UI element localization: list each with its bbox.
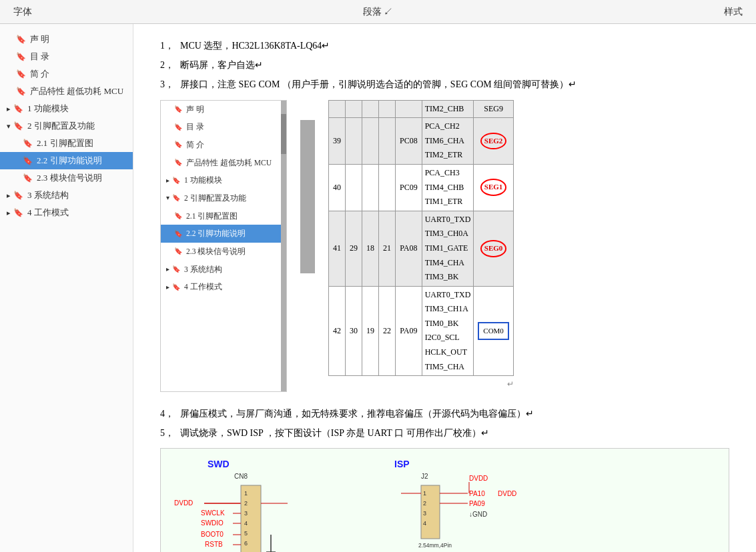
bookmark-icon-0: 🔖 [16,35,26,45]
nav-expand-5: ▾ [166,192,169,204]
nav-panel-label-4: 1 功能模块 [184,173,222,187]
paragraph-corner-icon: ↙ [384,7,393,17]
list-item-lower-0: 4， 屏偏压模式，与屏厂商沟通，如无特殊要求，推荐电容偏压（开源代码为电容偏压）… [160,405,729,422]
doc-content: 1， MCU 选型，HC32L136K8TA-LQ64↵ 2， 断码屏，客户自选… [133,24,756,552]
svg-text:4: 4 [423,520,426,527]
svg-text:3: 3 [423,510,426,517]
expand-icon-5: ▾ [7,122,11,131]
sidebar-item-5[interactable]: ▾🔖2 引脚配置及功能 [0,117,133,135]
nav-bookmark-9: 🔖 [172,263,180,275]
list-text-2: 屏接口，注意 SEG COM （用户手册，引脚说明选合适的的管脚，SEG COM… [180,76,729,93]
sidebar-item-8[interactable]: 🔖2.3 模块信号说明 [0,169,133,187]
nav-expand-4: ▸ [166,175,169,187]
pa09-label: PA09 [469,500,485,507]
svg-text:2: 2 [244,500,248,507]
cell-rownum-1: 40 [329,164,346,211]
cell-badge-0: SEG2 [474,118,514,165]
nav-panel-item-9[interactable]: ▸🔖3 系统结构 [161,261,281,279]
th-c4 [379,100,396,118]
cell-rownum-3: 42 [329,286,346,376]
pin-table: TIM2_CHB SEG9 39 PC08 PCA_CH2TIM6_CHATIM… [328,100,514,377]
table-row-2: 41 29 18 21 PA08 UART0_TXDTIM3_CH0ATIM1_… [329,211,514,286]
sidebar-item-1[interactable]: 🔖目 录 [0,48,133,65]
nav-panel-item-3[interactable]: 🔖产品特性 超低功耗 MCU [161,154,281,172]
cell-badge-2: SEG0 [474,211,514,286]
nav-panel-item-2[interactable]: 🔖简 介 [161,136,281,154]
bookmark-icon-2: 🔖 [16,69,26,79]
cell-c4-2: 21 [379,211,396,286]
list-text-1: 断码屏，客户自选↵ [180,57,729,73]
nav-panel-item-7[interactable]: 🔖2.2 引脚功能说明 [161,225,281,243]
cell-rownum-0: 39 [329,118,346,165]
toolbar: 字体 段落 ↙ 样式 [0,0,756,24]
bookmark-icon-4: 🔖 [13,104,23,114]
list-num-lower-1: 5， [160,425,180,441]
cell-c2-2: 29 [346,211,362,286]
nav-panel-item-4[interactable]: ▸🔖1 功能模块 [161,171,281,189]
nav-panel-label-1: 目 录 [186,120,204,134]
nav-scrollbar[interactable] [281,101,286,391]
sidebar-item-10[interactable]: ▸🔖4 工作模式 [0,204,133,221]
sidebar-item-6[interactable]: 🔖2.1 引脚配置图 [0,135,133,152]
bookmark-icon-10: 🔖 [13,208,23,218]
sidebar-item-7[interactable]: 🔖2.2 引脚功能说明 [0,152,133,169]
nav-bookmark-5: 🔖 [172,192,180,204]
sidebar-item-2[interactable]: 🔖简 介 [0,65,133,83]
sidebar-item-label-8: 2.3 模块信号说明 [37,172,102,184]
paragraph-section: 段落 ↙ [256,6,499,18]
dvdd-left: DVDD [174,499,193,507]
seg-badge-2: SEG0 [480,240,507,257]
nav-bookmark-0: 🔖 [174,103,182,115]
circuit-svg: SWD CN8 DVDD 1 2 3 4 5 6 SWCLK SWDIO [167,455,581,552]
dvdd-right: DVDD [498,490,516,497]
nav-panel-item-10[interactable]: ▸🔖4 工作模式 [161,278,281,296]
cell-c2-1 [346,164,362,211]
table-row-0: 39 PC08 PCA_CH2TIM6_CHATIM2_ETR SEG2 [329,118,514,165]
nav-panel-label-0: 声 明 [186,103,204,117]
nav-panel-item-5[interactable]: ▾🔖2 引脚配置及功能 [161,189,281,207]
sidebar-item-0[interactable]: 🔖声 明 [0,31,133,48]
svg-text:1: 1 [244,490,248,497]
list-item-1: 2， 断码屏，客户自选↵ [160,57,729,73]
nav-expand-9: ▸ [166,263,169,275]
cell-c4-3: 22 [379,286,396,376]
nav-panel-label-6: 2.1 引脚配置图 [186,209,238,223]
sidebar-item-4[interactable]: ▸🔖1 功能模块 [0,100,133,117]
cell-c2-0 [346,118,362,165]
style-label: 样式 [724,7,743,17]
nav-bookmark-4: 🔖 [172,175,180,187]
cell-c3-1 [362,164,379,211]
expand-icon-10: ▸ [7,209,11,217]
sidebar-item-3[interactable]: 🔖产品特性 超低功耗 MCU [0,83,133,100]
list-item-2: 3， 屏接口，注意 SEG COM （用户手册，引脚说明选合适的的管脚，SEG … [160,76,729,93]
th-func: TIM2_CHB [422,100,474,118]
bookmark-icon-7: 🔖 [23,156,33,166]
nav-panel-item-6[interactable]: 🔖2.1 引脚配置图 [161,207,281,225]
seg-badge-1: SEG1 [480,179,507,196]
cell-c4-1 [379,164,396,211]
cell-port-3: PA09 [396,286,422,376]
cell-port-0: PC08 [396,118,422,165]
list-num-lower-0: 4， [160,405,180,422]
sidebar-item-label-7: 2.2 引脚功能说明 [37,155,102,167]
sidebar-item-label-9: 3 系统结构 [27,189,69,201]
expand-icon-9: ▸ [7,191,11,200]
isp-title: ISP [394,459,410,469]
swclk-label: SWCLK [201,509,225,517]
th-seg: SEG9 [474,100,514,118]
list-num-2: 3， [160,76,180,93]
svg-text:6: 6 [244,540,248,547]
j2-label: J2 [421,473,428,480]
cell-port-2: PA08 [396,211,422,286]
sidebar-item-label-4: 1 功能模块 [27,103,69,115]
bookmark-icon-3: 🔖 [16,87,26,97]
font-section: 字体 [13,6,256,18]
nav-panel-item-0[interactable]: 🔖声 明 [161,101,281,119]
seg-badge-0: SEG2 [480,133,507,150]
nav-panel-item-8[interactable]: 🔖2.3 模块信号说明 [161,243,281,261]
nav-panel-item-1[interactable]: 🔖目 录 [161,118,281,136]
gnd-label: ↓GND [469,511,487,518]
sidebar-item-9[interactable]: ▸🔖3 系统结构 [0,187,133,204]
com-badge-3: COM0 [478,322,509,341]
th-c3 [362,100,379,118]
